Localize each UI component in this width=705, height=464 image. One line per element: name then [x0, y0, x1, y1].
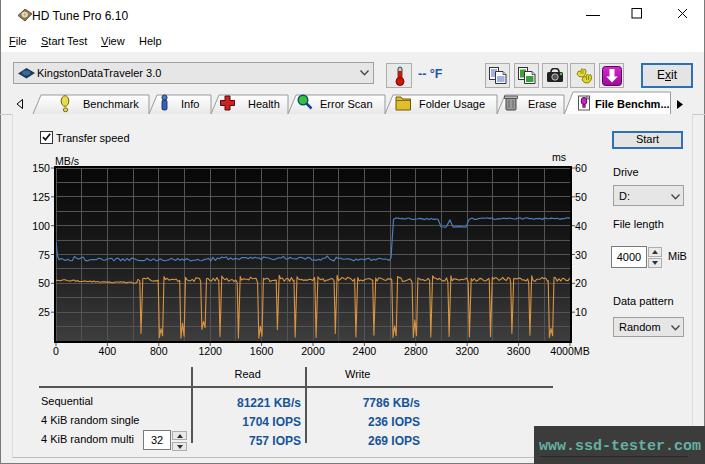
svg-text:4000MB: 4000MB: [550, 345, 589, 357]
svg-text:75: 75: [38, 249, 50, 261]
svg-text:Error Scan: Error Scan: [320, 98, 373, 110]
svg-text:3600: 3600: [507, 345, 531, 357]
svg-text:2800: 2800: [404, 345, 428, 357]
svg-text:60: 60: [575, 162, 587, 174]
svg-text:400: 400: [99, 345, 117, 357]
svg-text:30: 30: [575, 249, 587, 261]
svg-text:ms: ms: [552, 151, 566, 163]
svg-text:40: 40: [575, 220, 587, 232]
svg-text:MB/s: MB/s: [55, 155, 79, 167]
svg-text:Folder Usage: Folder Usage: [419, 98, 485, 110]
svg-text:150: 150: [32, 162, 50, 174]
svg-text:Health: Health: [248, 98, 280, 110]
svg-text:10: 10: [575, 306, 587, 318]
svg-text:0: 0: [53, 345, 59, 357]
svg-text:50: 50: [38, 277, 50, 289]
svg-text:File Benchm...: File Benchm...: [595, 98, 670, 110]
svg-text:125: 125: [32, 191, 50, 203]
svg-text:20: 20: [575, 277, 587, 289]
svg-text:Benchmark: Benchmark: [83, 98, 139, 110]
svg-text:3200: 3200: [455, 345, 479, 357]
svg-text:Info: Info: [181, 98, 199, 110]
svg-text:Erase: Erase: [528, 98, 557, 110]
svg-text:50: 50: [575, 191, 587, 203]
svg-text:1200: 1200: [198, 345, 222, 357]
svg-text:2000: 2000: [301, 345, 325, 357]
svg-text:2400: 2400: [353, 345, 377, 357]
svg-text:800: 800: [150, 345, 168, 357]
svg-text:25: 25: [38, 306, 50, 318]
svg-text:1600: 1600: [250, 345, 274, 357]
svg-text:100: 100: [32, 220, 50, 232]
